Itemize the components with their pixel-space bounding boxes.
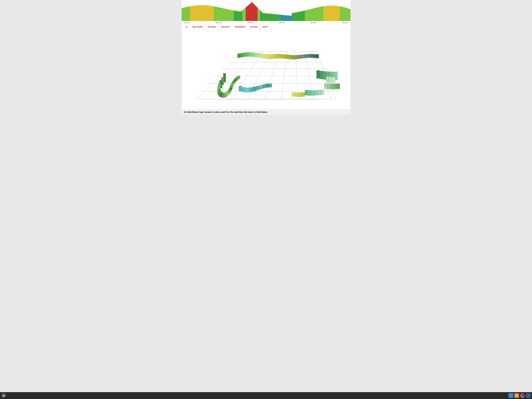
elevation-canvas [182, 0, 350, 21]
taskbar-app-2[interactable]: 🟡 [514, 393, 519, 398]
label-15mi: 15.0 mi [184, 22, 190, 24]
label-30mi: 30.0 mi [279, 22, 285, 24]
route-bottom-right [292, 90, 324, 97]
tab-breakdown[interactable]: Breakdown [233, 25, 248, 29]
label-20mi: 20.0 mi [216, 22, 222, 24]
taskbar: ⊞ 🌐 🟡 🌐 1 👤 [0, 392, 532, 399]
taskbar-app-3[interactable]: 🌐 1 [520, 393, 525, 398]
taskbar-notification-badge: 1 [522, 394, 525, 396]
svg-point-19 [240, 98, 292, 100]
taskbar-app-4[interactable]: 👤 [526, 393, 531, 398]
label-25mi: 25.0 mi [247, 22, 253, 24]
map-3d-svg [188, 32, 344, 107]
label-40mi: 40.0 mi [342, 22, 348, 24]
elevation-labels: 15.0 mi 20.0 mi 25.0 mi 30.0 mi 35.0 mi … [182, 21, 350, 25]
nav-tabs: cs Best Splits Overlaps Summary Breakdow… [182, 25, 350, 29]
elevation-chart [182, 0, 350, 21]
route-left [217, 73, 272, 98]
route-top [238, 52, 319, 59]
tab-summary[interactable]: Summary [219, 25, 232, 29]
svg-point-20 [285, 98, 324, 100]
main-container: 15.0 mi 20.0 mi 25.0 mi 30.0 mi 35.0 mi … [182, 0, 350, 115]
taskbar-app-1[interactable]: 🌐 [508, 393, 513, 398]
tab-3d-map[interactable]: 3D Map [248, 25, 260, 29]
taskbar-home-icon[interactable]: ⊞ [1, 393, 6, 398]
route-shadows [218, 89, 344, 100]
footer-bar: he VeloViewer logo remains in place and … [182, 109, 350, 115]
route-right [317, 70, 340, 89]
tab-best-splits[interactable]: Best Splits [190, 25, 205, 29]
svg-point-21 [318, 89, 344, 91]
tab-cs[interactable]: cs [183, 25, 190, 29]
footer-text: he VeloViewer logo remains in place and … [184, 111, 268, 113]
tab-overlaps[interactable]: Overlaps [205, 25, 219, 29]
label-35mi: 35.0 mi [310, 22, 316, 24]
tab-earth[interactable]: Earth [260, 25, 270, 29]
map-3d-container [182, 29, 350, 109]
